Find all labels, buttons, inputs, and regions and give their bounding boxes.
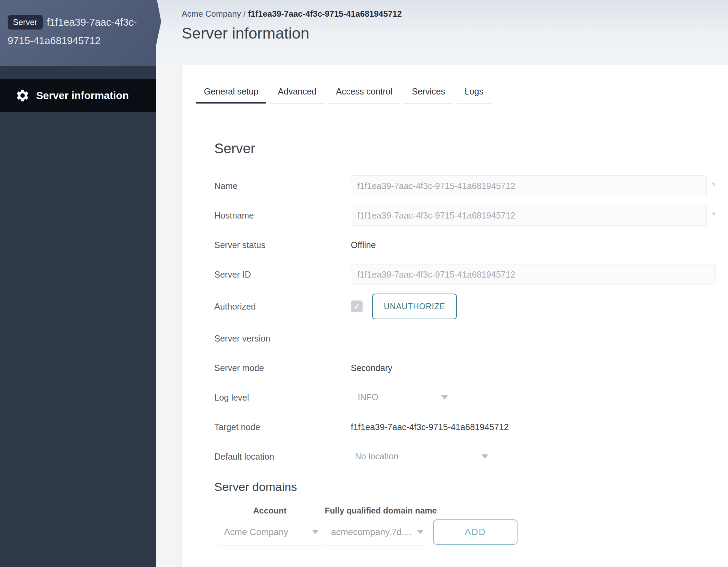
sidebar-item-label: Server information	[36, 90, 129, 101]
section-title-server-domains: Server domains	[214, 479, 715, 494]
check-icon: ✓	[353, 302, 360, 311]
page-header: Acme Company / f1f1ea39-7aac-4f3c-9715-4…	[156, 0, 728, 65]
fqdn-column: Fully qualified domain name acmecompany.…	[325, 506, 427, 545]
row-server-mode: Server mode Secondary	[214, 358, 715, 378]
server-status-label: Server status	[214, 240, 351, 250]
server-status-value: Offline	[351, 240, 376, 250]
tab-logs[interactable]: Logs	[457, 87, 491, 104]
tab-advanced[interactable]: Advanced	[270, 87, 324, 104]
account-column: Account Acme Company	[218, 506, 322, 545]
chevron-down-icon	[481, 454, 488, 459]
server-id-label: Server ID	[214, 270, 351, 280]
row-server-version: Server version	[214, 328, 715, 349]
row-log-level: Log level INFO	[214, 387, 715, 408]
log-level-label: Log level	[214, 393, 351, 403]
required-asterisk: *	[712, 181, 715, 191]
sidebar: Serverf1f1ea39-7aac-4f3c-9715-41a6819457…	[0, 0, 156, 567]
server-info-card: General setup Advanced Access control Se…	[182, 65, 728, 567]
sidebar-item-server-information[interactable]: Server information	[0, 79, 156, 112]
breadcrumb-current: f1f1ea39-7aac-4f3c-9715-41a681945712	[248, 9, 402, 18]
row-default-location: Default location No location	[214, 446, 715, 467]
server-domains-form: Account Acme Company Fully qualified dom…	[218, 506, 715, 545]
fqdn-select[interactable]: acmecompany.7d....	[325, 519, 427, 545]
unauthorize-button[interactable]: UNAUTHORIZE	[372, 294, 457, 319]
row-name: Name *	[214, 175, 715, 196]
server-version-label: Server version	[214, 334, 351, 344]
tab-bar: General setup Advanced Access control Se…	[182, 65, 728, 104]
name-input[interactable]	[351, 175, 707, 196]
default-location-value: No location	[355, 451, 398, 461]
required-asterisk: *	[712, 210, 715, 221]
tab-services[interactable]: Services	[404, 87, 453, 104]
row-hostname: Hostname *	[214, 205, 715, 226]
hostname-input[interactable]	[351, 205, 707, 226]
default-location-label: Default location	[214, 452, 351, 462]
fqdn-label: Fully qualified domain name	[325, 506, 427, 516]
server-mode-label: Server mode	[214, 363, 351, 373]
account-select[interactable]: Acme Company	[218, 519, 322, 545]
row-target-node: Target node f1f1ea39-7aac-4f3c-9715-41a6…	[214, 417, 715, 437]
authorized-checkbox[interactable]: ✓	[351, 301, 363, 312]
row-server-status: Server status Offline	[214, 235, 715, 255]
breadcrumb: Acme Company / f1f1ea39-7aac-4f3c-9715-4…	[182, 9, 728, 19]
section-title-server: Server	[214, 140, 715, 157]
chevron-down-icon	[417, 530, 423, 534]
row-authorized: Authorized ✓ UNAUTHORIZE	[214, 294, 715, 319]
fqdn-value: acmecompany.7d....	[331, 527, 412, 537]
hostname-label: Hostname	[214, 211, 351, 221]
main-content: Acme Company / f1f1ea39-7aac-4f3c-9715-4…	[156, 0, 728, 567]
log-level-select[interactable]: INFO	[351, 388, 455, 407]
breadcrumb-separator: /	[241, 9, 248, 18]
sidebar-server-header: Serverf1f1ea39-7aac-4f3c-9715-41a6819457…	[0, 0, 161, 66]
target-node-label: Target node	[214, 422, 351, 432]
row-server-id: Server ID	[214, 264, 715, 285]
chevron-down-icon	[441, 395, 448, 400]
name-label: Name	[214, 181, 351, 191]
account-value: Acme Company	[224, 527, 288, 537]
authorized-label: Authorized	[214, 302, 351, 312]
server-form: Server Name * Hostname * Server status O…	[182, 140, 728, 545]
page-title: Server information	[182, 24, 728, 42]
tab-general-setup[interactable]: General setup	[196, 87, 266, 104]
log-level-value: INFO	[358, 392, 379, 402]
server-type-badge: Server	[8, 15, 43, 30]
server-id-input[interactable]	[351, 264, 715, 285]
breadcrumb-account-link[interactable]: Acme Company	[182, 9, 241, 18]
gear-icon	[15, 88, 30, 103]
chevron-down-icon	[312, 530, 318, 534]
tab-access-control[interactable]: Access control	[328, 87, 400, 104]
default-location-select[interactable]: No location	[348, 447, 495, 466]
add-domain-button[interactable]: ADD	[433, 519, 518, 545]
server-mode-value: Secondary	[351, 363, 392, 373]
account-label: Account	[218, 506, 322, 516]
target-node-value: f1f1ea39-7aac-4f3c-9715-41a681945712	[351, 422, 509, 432]
